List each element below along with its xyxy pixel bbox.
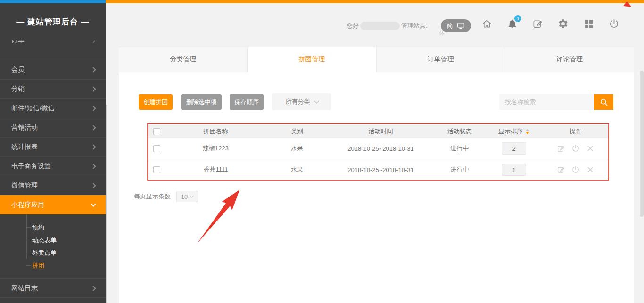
col-header-actions: 操作 xyxy=(542,127,609,136)
chevron-right-icon xyxy=(91,183,96,188)
search-button[interactable] xyxy=(594,94,613,110)
delete-x-icon[interactable] xyxy=(586,165,594,174)
sort-order-input[interactable] xyxy=(502,164,526,176)
sidebar-item-label: 分销 xyxy=(11,85,25,93)
top-stripe-orange xyxy=(106,0,644,3)
bell-icon[interactable]: 1 xyxy=(507,18,518,29)
sort-order-input[interactable] xyxy=(502,142,526,155)
sidebar-subitem-takeout-order[interactable]: 外卖点单 xyxy=(0,246,106,259)
tab-comment-management[interactable]: 评论管理 xyxy=(505,47,634,72)
notification-badge: 1 xyxy=(514,15,521,22)
pagination-bar: 每页显示条数 10 xyxy=(134,191,198,202)
tab-category-management[interactable]: 分类管理 xyxy=(119,47,248,72)
chevron-right-icon xyxy=(91,164,96,169)
sort-desc-icon xyxy=(526,132,529,134)
delete-x-icon[interactable] xyxy=(586,144,594,153)
language-label: 简 xyxy=(446,22,453,30)
sidebar-subitem-dynamic-forms[interactable]: 动态表单 xyxy=(0,234,106,246)
edit-icon[interactable] xyxy=(557,144,565,153)
col-header-name: 拼团名称 xyxy=(165,127,266,136)
sidebar-subitem-booking[interactable]: 预约 xyxy=(0,221,106,234)
sidebar-item-statistics[interactable]: 统计报表 xyxy=(0,137,106,156)
groupbuy-time: 2018-10-25~2018-10-31 xyxy=(328,145,434,152)
search-input[interactable] xyxy=(499,94,594,110)
home-icon[interactable] xyxy=(481,18,492,29)
chevron-right-icon xyxy=(91,40,95,49)
chevron-right-icon xyxy=(91,144,96,149)
header-icon-bar: 1 xyxy=(481,18,619,29)
page-size-label: 每页显示条数 xyxy=(134,192,171,201)
manage-site-label: 管理站点: xyxy=(401,22,428,30)
app-logo: — 建站管理后台 — xyxy=(0,3,106,40)
header-user-row: 您好 管理站点: 简 xyxy=(347,19,471,32)
sidebar-scrollbar[interactable] xyxy=(106,105,107,303)
groupbuy-time: 2018-10-25~2018-10-31 xyxy=(328,166,434,173)
groupbuy-category: 水果 xyxy=(266,144,328,153)
page-size-value: 10 xyxy=(181,193,188,200)
sidebar-item-label: 微信管理 xyxy=(11,181,38,190)
sidebar-submenu: 预约 动态表单 外卖点单 拼团 xyxy=(0,214,106,278)
tab-bar: 分类管理 拼团管理 订单管理 评论管理 xyxy=(119,47,634,72)
sidebar-item-label: 小程序应用 xyxy=(11,201,44,209)
sidebar-item-marketing[interactable]: 营销活动 xyxy=(0,118,106,137)
sidebar-item-mail-sms-wechat[interactable]: 邮件/短信/微信 xyxy=(0,98,106,118)
sidebar: — 建站管理后台 — 订单 会员 分销 邮件/短信/微信 营销活动 统计报表 电… xyxy=(0,3,106,303)
sidebar-item-label: 营销活动 xyxy=(11,123,38,132)
groupbuy-table: 拼团名称 类别 活动时间 活动状态 显示排序 操作 辣椒1223 水果 2018… xyxy=(148,125,609,180)
save-order-button[interactable]: 保存顺序 xyxy=(230,94,264,110)
sort-toggle[interactable] xyxy=(526,129,529,134)
sidebar-item-label: 订单 xyxy=(11,40,25,49)
sidebar-item-label: 会员 xyxy=(11,66,25,74)
sidebar-subitem-group-buy[interactable]: 拼团 xyxy=(0,259,106,272)
groupbuy-category: 水果 xyxy=(266,165,328,174)
tab-groupbuy-management[interactable]: 拼团管理 xyxy=(248,47,376,72)
sidebar-item-distribution[interactable]: 分销 xyxy=(0,79,106,98)
language-preview-pill[interactable]: 简 xyxy=(441,19,471,32)
edit-icon[interactable] xyxy=(532,18,543,29)
sidebar-item-wechat-management[interactable]: 微信管理 xyxy=(0,176,106,195)
category-filter-select[interactable]: 所有分类 xyxy=(272,93,331,110)
delete-selected-button[interactable]: 删除选中项 xyxy=(181,94,222,110)
top-stripe-blue xyxy=(0,0,106,3)
content-card: 分类管理 拼团管理 订单管理 评论管理 创建拼团 删除选中项 保存顺序 所有分类… xyxy=(119,47,634,303)
sidebar-item-miniprogram-apps[interactable]: 小程序应用 xyxy=(0,195,106,214)
power-toggle-icon[interactable] xyxy=(571,144,580,153)
col-header-category: 类别 xyxy=(266,127,328,136)
col-header-time: 活动时间 xyxy=(328,127,434,136)
sidebar-item-ecommerce-settings[interactable]: 电子商务设置 xyxy=(0,156,106,176)
power-toggle-icon[interactable] xyxy=(571,165,580,174)
gear-icon[interactable] xyxy=(558,18,569,29)
sidebar-item-site-logs[interactable]: 网站日志 xyxy=(0,278,106,298)
chevron-down-icon xyxy=(91,201,96,206)
chevron-down-icon xyxy=(314,98,319,103)
create-groupbuy-button[interactable]: 创建拼团 xyxy=(139,94,173,110)
category-filter-label: 所有分类 xyxy=(286,98,310,106)
groupbuy-status: 进行中 xyxy=(434,165,486,174)
page-size-select[interactable]: 10 xyxy=(176,191,198,202)
language-label-wrapped: 体 xyxy=(439,29,445,37)
chevron-right-icon xyxy=(91,125,96,130)
sort-asc-icon xyxy=(526,129,529,131)
row-checkbox[interactable] xyxy=(153,145,160,152)
username-redacted xyxy=(360,22,400,30)
chevron-right-icon xyxy=(91,286,96,291)
monitor-icon xyxy=(457,22,465,30)
sidebar-item-label: 电子商务设置 xyxy=(11,162,51,171)
search-icon xyxy=(599,98,609,107)
page-scrollbar[interactable] xyxy=(640,71,644,217)
tab-order-management[interactable]: 订单管理 xyxy=(377,47,505,72)
sidebar-item-label: 网站日志 xyxy=(11,284,38,293)
greeting-label: 您好 xyxy=(347,22,359,30)
power-icon[interactable] xyxy=(609,18,619,29)
apps-grid-icon[interactable] xyxy=(583,18,594,29)
row-checkbox[interactable] xyxy=(153,166,160,173)
select-all-checkbox[interactable] xyxy=(153,128,160,135)
sidebar-item-members[interactable]: 会员 xyxy=(0,60,106,79)
groupbuy-name: 香蕉1111 xyxy=(165,165,266,174)
chevron-right-icon xyxy=(91,106,96,111)
table-row: 辣椒1223 水果 2018-10-25~2018-10-31 进行中 xyxy=(148,138,609,159)
sidebar-item-orders-clipped[interactable]: 订单 xyxy=(0,40,106,60)
sidebar-item-label: 邮件/短信/微信 xyxy=(11,104,55,113)
table-row: 香蕉1111 水果 2018-10-25~2018-10-31 进行中 xyxy=(148,159,609,180)
edit-icon[interactable] xyxy=(557,165,565,174)
